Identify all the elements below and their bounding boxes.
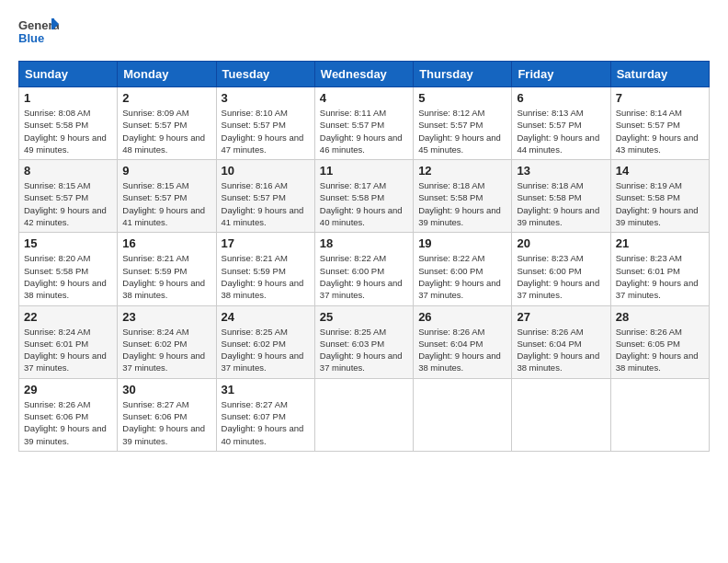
- day-number: 28: [616, 310, 704, 324]
- calendar-day-cell: 13 Sunrise: 8:18 AM Sunset: 5:58 PM Dayl…: [512, 160, 610, 233]
- calendar-week-row: 29 Sunrise: 8:26 AM Sunset: 6:06 PM Dayl…: [19, 378, 710, 451]
- calendar-day-cell: 3 Sunrise: 8:10 AM Sunset: 5:57 PM Dayli…: [216, 87, 314, 160]
- day-number: 15: [24, 236, 112, 250]
- day-info: Sunrise: 8:15 AM Sunset: 5:57 PM Dayligh…: [24, 179, 112, 228]
- day-info: Sunrise: 8:26 AM Sunset: 6:05 PM Dayligh…: [616, 326, 704, 374]
- day-number: 25: [320, 310, 408, 324]
- day-info: Sunrise: 8:14 AM Sunset: 5:57 PM Dayligh…: [616, 107, 704, 155]
- day-info: Sunrise: 8:26 AM Sunset: 6:06 PM Dayligh…: [24, 398, 112, 447]
- day-number: 31: [222, 383, 310, 396]
- day-number: 3: [222, 91, 310, 105]
- day-number: 23: [122, 310, 210, 324]
- day-number: 30: [122, 383, 210, 396]
- calendar-day-cell: 2 Sunrise: 8:09 AM Sunset: 5:57 PM Dayli…: [118, 87, 216, 160]
- day-of-week-header: Friday: [512, 62, 610, 87]
- calendar-day-cell: 4 Sunrise: 8:11 AM Sunset: 5:57 PM Dayli…: [314, 87, 413, 160]
- calendar-day-cell: [414, 378, 512, 451]
- calendar-day-cell: 21 Sunrise: 8:23 AM Sunset: 6:01 PM Dayl…: [610, 233, 709, 305]
- logo: General Blue: [18, 15, 59, 52]
- day-info: Sunrise: 8:16 AM Sunset: 5:57 PM Dayligh…: [222, 179, 310, 228]
- day-info: Sunrise: 8:23 AM Sunset: 6:00 PM Dayligh…: [517, 252, 605, 301]
- day-info: Sunrise: 8:17 AM Sunset: 5:58 PM Dayligh…: [320, 179, 408, 228]
- calendar-week-row: 1 Sunrise: 8:08 AM Sunset: 5:58 PM Dayli…: [19, 87, 710, 160]
- calendar-day-cell: 20 Sunrise: 8:23 AM Sunset: 6:00 PM Dayl…: [512, 233, 610, 305]
- calendar-day-cell: [610, 378, 709, 451]
- day-info: Sunrise: 8:23 AM Sunset: 6:01 PM Dayligh…: [616, 252, 704, 301]
- day-info: Sunrise: 8:25 AM Sunset: 6:02 PM Dayligh…: [222, 326, 310, 374]
- day-number: 17: [222, 236, 310, 250]
- calendar-day-cell: 12 Sunrise: 8:18 AM Sunset: 5:58 PM Dayl…: [414, 160, 512, 233]
- day-info: Sunrise: 8:27 AM Sunset: 6:06 PM Dayligh…: [122, 398, 210, 447]
- day-info: Sunrise: 8:19 AM Sunset: 5:58 PM Dayligh…: [616, 179, 704, 228]
- day-info: Sunrise: 8:25 AM Sunset: 6:03 PM Dayligh…: [320, 326, 408, 374]
- day-info: Sunrise: 8:10 AM Sunset: 5:57 PM Dayligh…: [222, 107, 310, 155]
- day-number: 5: [418, 91, 506, 105]
- day-number: 22: [24, 310, 112, 324]
- day-number: 7: [616, 91, 704, 105]
- calendar-day-cell: 27 Sunrise: 8:26 AM Sunset: 6:04 PM Dayl…: [512, 305, 610, 378]
- day-number: 12: [418, 164, 506, 178]
- calendar-day-cell: 29 Sunrise: 8:26 AM Sunset: 6:06 PM Dayl…: [19, 378, 118, 451]
- day-number: 10: [222, 164, 310, 178]
- calendar-day-cell: 15 Sunrise: 8:20 AM Sunset: 5:58 PM Dayl…: [19, 233, 118, 305]
- calendar-day-cell: [512, 378, 610, 451]
- day-number: 6: [517, 91, 605, 105]
- day-number: 29: [24, 383, 112, 396]
- calendar-day-cell: 23 Sunrise: 8:24 AM Sunset: 6:02 PM Dayl…: [118, 305, 216, 378]
- day-info: Sunrise: 8:26 AM Sunset: 6:04 PM Dayligh…: [517, 326, 605, 374]
- calendar-day-cell: 22 Sunrise: 8:24 AM Sunset: 6:01 PM Dayl…: [19, 305, 118, 378]
- calendar-day-cell: 1 Sunrise: 8:08 AM Sunset: 5:58 PM Dayli…: [19, 87, 118, 160]
- day-info: Sunrise: 8:09 AM Sunset: 5:57 PM Dayligh…: [122, 107, 210, 155]
- day-info: Sunrise: 8:24 AM Sunset: 6:01 PM Dayligh…: [24, 326, 112, 374]
- day-of-week-header: Thursday: [414, 62, 512, 87]
- page: General Blue SundayMondayTuesdayWednesda…: [0, 0, 728, 563]
- svg-rect-3: [51, 18, 54, 29]
- day-info: Sunrise: 8:22 AM Sunset: 6:00 PM Dayligh…: [320, 252, 408, 301]
- calendar-day-cell: 31 Sunrise: 8:27 AM Sunset: 6:07 PM Dayl…: [216, 378, 314, 451]
- calendar-day-cell: 25 Sunrise: 8:25 AM Sunset: 6:03 PM Dayl…: [314, 305, 413, 378]
- calendar-day-cell: [314, 378, 413, 451]
- calendar-day-cell: 11 Sunrise: 8:17 AM Sunset: 5:58 PM Dayl…: [314, 160, 413, 233]
- day-number: 21: [616, 236, 704, 250]
- day-info: Sunrise: 8:18 AM Sunset: 5:58 PM Dayligh…: [418, 179, 506, 228]
- day-info: Sunrise: 8:13 AM Sunset: 5:57 PM Dayligh…: [517, 107, 605, 155]
- calendar-day-cell: 6 Sunrise: 8:13 AM Sunset: 5:57 PM Dayli…: [512, 87, 610, 160]
- day-number: 16: [122, 236, 210, 250]
- calendar-day-cell: 10 Sunrise: 8:16 AM Sunset: 5:57 PM Dayl…: [216, 160, 314, 233]
- calendar-day-cell: 9 Sunrise: 8:15 AM Sunset: 5:57 PM Dayli…: [118, 160, 216, 233]
- calendar-table: SundayMondayTuesdayWednesdayThursdayFrid…: [18, 61, 710, 452]
- day-number: 27: [517, 310, 605, 324]
- day-info: Sunrise: 8:27 AM Sunset: 6:07 PM Dayligh…: [222, 398, 310, 447]
- day-number: 11: [320, 164, 408, 178]
- calendar-day-cell: 8 Sunrise: 8:15 AM Sunset: 5:57 PM Dayli…: [19, 160, 118, 233]
- calendar-day-cell: 7 Sunrise: 8:14 AM Sunset: 5:57 PM Dayli…: [610, 87, 709, 160]
- header: General Blue: [18, 15, 710, 52]
- calendar-day-cell: 30 Sunrise: 8:27 AM Sunset: 6:06 PM Dayl…: [118, 378, 216, 451]
- day-of-week-header: Tuesday: [216, 62, 314, 87]
- day-number: 19: [418, 236, 506, 250]
- calendar-day-cell: 5 Sunrise: 8:12 AM Sunset: 5:57 PM Dayli…: [414, 87, 512, 160]
- day-info: Sunrise: 8:21 AM Sunset: 5:59 PM Dayligh…: [222, 252, 310, 301]
- day-info: Sunrise: 8:08 AM Sunset: 5:58 PM Dayligh…: [24, 107, 112, 155]
- day-info: Sunrise: 8:20 AM Sunset: 5:58 PM Dayligh…: [24, 252, 112, 301]
- calendar-day-cell: 14 Sunrise: 8:19 AM Sunset: 5:58 PM Dayl…: [610, 160, 709, 233]
- day-number: 14: [616, 164, 704, 178]
- day-info: Sunrise: 8:22 AM Sunset: 6:00 PM Dayligh…: [418, 252, 506, 301]
- day-of-week-header: Sunday: [19, 62, 118, 87]
- day-of-week-header: Monday: [118, 62, 216, 87]
- day-number: 26: [418, 310, 506, 324]
- calendar-week-row: 15 Sunrise: 8:20 AM Sunset: 5:58 PM Dayl…: [19, 233, 710, 305]
- calendar-day-cell: 16 Sunrise: 8:21 AM Sunset: 5:59 PM Dayl…: [118, 233, 216, 305]
- calendar-week-row: 22 Sunrise: 8:24 AM Sunset: 6:01 PM Dayl…: [19, 305, 710, 378]
- day-info: Sunrise: 8:21 AM Sunset: 5:59 PM Dayligh…: [122, 252, 210, 301]
- day-of-week-header: Saturday: [610, 62, 709, 87]
- day-info: Sunrise: 8:11 AM Sunset: 5:57 PM Dayligh…: [320, 107, 408, 155]
- day-number: 24: [222, 310, 310, 324]
- calendar-day-cell: 26 Sunrise: 8:26 AM Sunset: 6:04 PM Dayl…: [414, 305, 512, 378]
- day-info: Sunrise: 8:12 AM Sunset: 5:57 PM Dayligh…: [418, 107, 506, 155]
- calendar-day-cell: 17 Sunrise: 8:21 AM Sunset: 5:59 PM Dayl…: [216, 233, 314, 305]
- day-number: 1: [24, 91, 112, 105]
- generalblue-logo-icon: General Blue: [18, 15, 59, 52]
- day-number: 18: [320, 236, 408, 250]
- day-info: Sunrise: 8:18 AM Sunset: 5:58 PM Dayligh…: [517, 179, 605, 228]
